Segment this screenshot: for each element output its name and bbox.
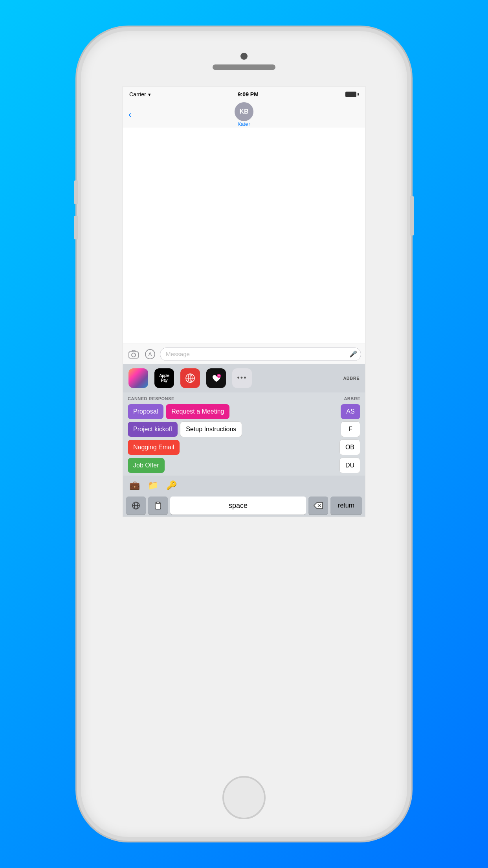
canned-row-4: Job Offer DU: [128, 458, 360, 473]
back-button[interactable]: ‹: [128, 110, 131, 120]
svg-rect-15: [156, 502, 160, 504]
volume-down-button[interactable]: [74, 216, 78, 239]
delete-key[interactable]: [308, 497, 328, 515]
phone-camera: [240, 53, 248, 60]
nagging-email-button[interactable]: Nagging Email: [128, 440, 180, 455]
phone-speaker: [213, 64, 275, 70]
setup-instructions-button[interactable]: Setup Instructions: [180, 421, 242, 437]
home-button[interactable]: [222, 776, 266, 819]
canned-row-1: Proposal Request a Meeting AS: [128, 404, 360, 419]
job-offer-button[interactable]: Job Offer: [128, 458, 165, 473]
folder-icon[interactable]: 📁: [148, 480, 158, 491]
abbrev-header-partial: ABBRE: [343, 376, 360, 381]
battery-body: [345, 92, 356, 97]
briefcase-icon[interactable]: 💼: [129, 480, 140, 491]
carrier-name: Carrier: [129, 91, 146, 97]
canned-row-3: Nagging Email OB: [128, 440, 360, 455]
abbrev-ob-button[interactable]: OB: [339, 440, 360, 455]
proposal-button[interactable]: Proposal: [128, 404, 163, 419]
canned-response-section: CANNED RESPONSE ABBRE Proposal Request a…: [123, 392, 365, 476]
battery-tip: [358, 93, 359, 96]
clipboard-key[interactable]: [148, 497, 168, 515]
apps-button[interactable]: A: [143, 348, 157, 361]
power-button[interactable]: [410, 196, 414, 235]
message-input[interactable]: [160, 348, 361, 361]
app-strip: Apple Pay ••• ABBRE: [123, 364, 365, 392]
message-area: [123, 127, 365, 344]
abbrev-col-label: ABBRE: [344, 396, 360, 401]
web-icon[interactable]: [180, 368, 200, 388]
emoji-row: 💼 📁 🔑: [123, 476, 365, 495]
carrier-info: Carrier ▾: [129, 91, 151, 97]
abbrev-as-button[interactable]: AS: [341, 404, 360, 419]
more-icon[interactable]: •••: [232, 368, 252, 388]
canned-row-2: Project kickoff Setup Instructions F: [128, 421, 360, 437]
heart-app-icon[interactable]: [206, 368, 226, 388]
svg-text:A: A: [148, 351, 152, 357]
abbrev-du-button[interactable]: DU: [339, 458, 360, 473]
keyboard-bottom-row: space return: [123, 495, 365, 517]
request-meeting-button[interactable]: Request a Meeting: [166, 404, 229, 419]
contact-header[interactable]: KB Kate ›: [235, 102, 253, 127]
globe-key[interactable]: [126, 497, 146, 515]
svg-rect-2: [132, 350, 135, 352]
screen: Carrier ▾ 9:09 PM ‹ KB Kate ›: [123, 86, 365, 517]
canned-header: CANNED RESPONSE ABBRE: [128, 396, 360, 401]
input-bar: A 🎤: [123, 344, 365, 364]
svg-point-1: [132, 353, 136, 357]
mic-button[interactable]: 🎤: [349, 350, 357, 358]
return-key[interactable]: return: [330, 497, 362, 515]
navigation-bar: ‹ KB Kate ›: [123, 102, 365, 127]
battery-indicator: [345, 92, 359, 97]
key-icon[interactable]: 🔑: [166, 480, 177, 491]
photos-app-icon[interactable]: [128, 368, 148, 388]
canned-buttons-container: Proposal Request a Meeting AS Project ki…: [128, 404, 360, 473]
phone-shell: Carrier ▾ 9:09 PM ‹ KB Kate ›: [81, 31, 407, 837]
status-time: 9:09 PM: [238, 91, 259, 97]
wifi-icon: ▾: [148, 92, 151, 97]
avatar: KB: [235, 102, 253, 121]
project-kickoff-button[interactable]: Project kickoff: [128, 422, 178, 437]
abbrev-f-button[interactable]: F: [341, 421, 360, 437]
apple-pay-icon[interactable]: Apple Pay: [154, 368, 174, 388]
canned-response-label: CANNED RESPONSE: [128, 396, 174, 401]
volume-up-button[interactable]: [74, 180, 78, 204]
camera-button[interactable]: [127, 348, 140, 361]
contact-name: Kate ›: [237, 121, 250, 127]
status-bar: Carrier ▾ 9:09 PM: [123, 86, 365, 102]
space-key[interactable]: space: [170, 497, 306, 515]
